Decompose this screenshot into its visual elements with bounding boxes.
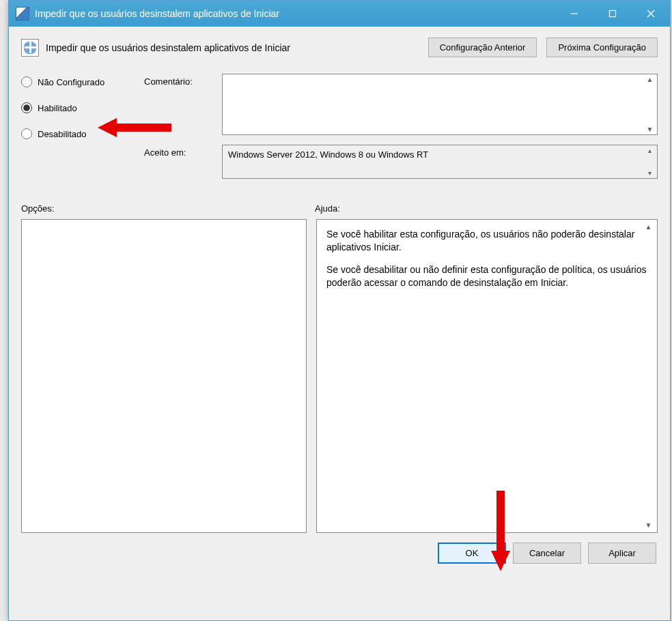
radio-not-configured[interactable]: Não Configurado	[21, 76, 130, 87]
supported-on-box: Windows Server 2012, Windows 8 ou Window…	[222, 145, 658, 179]
supported-label: Aceito em:	[144, 145, 212, 179]
comment-label: Comentário:	[144, 74, 212, 135]
minimize-button[interactable]	[555, 1, 593, 27]
next-setting-button[interactable]: Próxima Configuração	[546, 38, 658, 57]
policy-icon	[21, 39, 39, 57]
options-section-label: Opções:	[21, 203, 315, 214]
comment-textarea[interactable]: ▲ ▼	[222, 74, 658, 135]
apply-button[interactable]: Aplicar	[588, 543, 656, 564]
window-title: Impedir que os usuários desinstalem apli…	[35, 8, 555, 19]
scroll-up-icon[interactable]: ▴	[644, 147, 656, 154]
radio-label: Habilitado	[38, 103, 77, 113]
policy-dialog-window: Impedir que os usuários desinstalem apli…	[8, 0, 671, 621]
maximize-button[interactable]	[593, 1, 632, 27]
svg-rect-1	[610, 11, 616, 17]
policy-title: Impedir que os usuários desinstalem apli…	[46, 42, 421, 53]
radio-enabled[interactable]: Habilitado	[21, 102, 130, 113]
ok-button[interactable]: OK	[438, 543, 506, 564]
scroll-down-icon[interactable]: ▾	[644, 169, 656, 177]
scroll-up-icon[interactable]: ▲	[643, 222, 654, 232]
radio-disabled-input[interactable]	[21, 128, 32, 139]
help-paragraph: Se você desabilitar ou não definir esta …	[326, 263, 647, 289]
scroll-up-icon[interactable]: ▲	[644, 76, 656, 83]
radio-enabled-input[interactable]	[21, 102, 32, 113]
previous-setting-button[interactable]: Configuração Anterior	[428, 38, 537, 57]
titlebar[interactable]: Impedir que os usuários desinstalem apli…	[9, 1, 670, 27]
radio-label: Desabilitado	[38, 129, 87, 139]
help-panel: Se você habilitar esta configuração, os …	[316, 219, 658, 533]
scroll-down-icon[interactable]: ▼	[644, 126, 656, 133]
cancel-button[interactable]: Cancelar	[513, 543, 581, 564]
supported-on-value: Windows Server 2012, Windows 8 ou Window…	[228, 149, 428, 160]
app-icon	[16, 7, 29, 20]
help-paragraph: Se você habilitar esta configuração, os …	[326, 228, 647, 254]
scroll-down-icon[interactable]: ▼	[643, 521, 654, 530]
help-section-label: Ajuda:	[315, 203, 340, 214]
radio-disabled[interactable]: Desabilitado	[21, 128, 130, 139]
close-button[interactable]	[632, 1, 670, 27]
radio-label: Não Configurado	[38, 77, 104, 87]
options-panel	[21, 219, 307, 533]
radio-not-configured-input[interactable]	[21, 76, 32, 87]
